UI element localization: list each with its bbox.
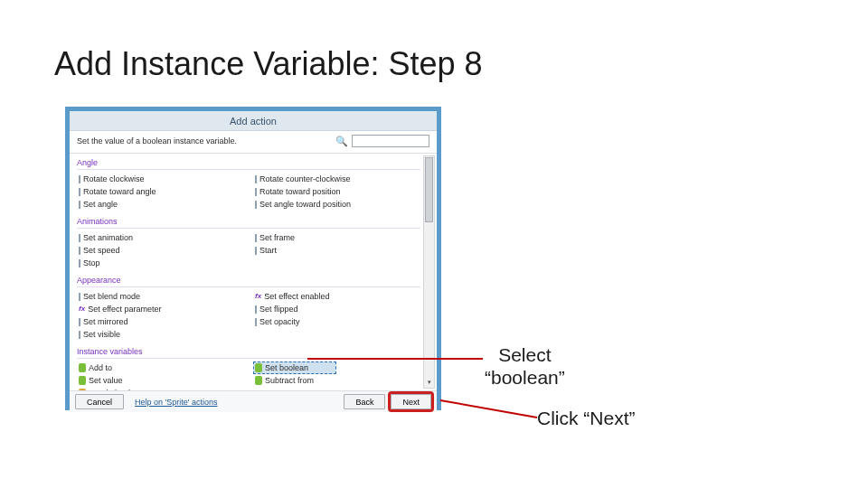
search-area: 🔍	[335, 135, 429, 147]
annotation-line	[440, 400, 537, 418]
action-set-boolean[interactable]: Set boolean	[253, 361, 336, 374]
action-stop[interactable]: Stop	[77, 257, 244, 269]
callout-click-next: Click “Next”	[537, 407, 636, 429]
action-rotate-toward-position[interactable]: Rotate toward position	[253, 185, 420, 198]
action-add-to[interactable]: Add to	[77, 361, 244, 374]
dialog-info-bar: Set the value of a boolean instance vari…	[70, 131, 437, 154]
dialog-title: Add action	[230, 116, 277, 127]
action-subtract-from[interactable]: Subtract from	[253, 374, 420, 387]
ivar-icon	[79, 363, 86, 372]
category-label: Appearance	[77, 275, 420, 287]
help-link[interactable]: Help on 'Sprite' actions	[135, 398, 218, 407]
next-button[interactable]: Next	[391, 394, 431, 409]
action-list: Angle Rotate clockwise Rotate toward ang…	[70, 154, 437, 390]
cancel-button[interactable]: Cancel	[75, 394, 124, 409]
action-set-angle[interactable]: Set angle	[77, 198, 244, 211]
add-action-dialog: Add action Set the value of a boolean in…	[65, 107, 441, 410]
action-rotate-clockwise[interactable]: Rotate clockwise	[77, 173, 244, 185]
search-icon: 🔍	[335, 136, 348, 147]
action-set-animation[interactable]: Set animation	[77, 231, 244, 244]
ivar-icon	[255, 376, 262, 385]
action-toggle-boolean[interactable]: Toggle boolean	[77, 387, 244, 390]
action-set-frame[interactable]: Set frame	[253, 231, 420, 244]
action-rotate-toward-angle[interactable]: Rotate toward angle	[77, 185, 244, 198]
action-set-value[interactable]: Set value	[77, 374, 244, 387]
scrollbar[interactable]: ▾	[423, 155, 435, 389]
back-button[interactable]: Back	[344, 394, 385, 409]
scrollbar-thumb[interactable]	[425, 157, 433, 222]
action-set-speed[interactable]: Set speed	[77, 244, 244, 257]
category-label: Instance variables	[77, 346, 420, 359]
ivar-icon	[79, 389, 86, 390]
dialog-footer: Cancel Help on 'Sprite' actions Back Nex…	[70, 390, 437, 412]
fx-icon: fx	[255, 291, 261, 302]
action-rotate-counter-clockwise[interactable]: Rotate counter-clockwise	[253, 173, 420, 185]
action-set-opacity[interactable]: Set opacity	[253, 315, 420, 328]
scroll-down-icon[interactable]: ▾	[424, 377, 434, 387]
action-set-visible[interactable]: Set visible	[77, 328, 244, 341]
page-title: Add Instance Variable: Step 8	[54, 45, 483, 83]
action-set-effect-parameter[interactable]: fxSet effect parameter	[77, 303, 244, 315]
action-set-blend-mode[interactable]: Set blend mode	[77, 290, 244, 303]
slide: Add Instance Variable: Step 8 Add action…	[0, 0, 868, 488]
callout-select-boolean: Select “boolean”	[485, 343, 565, 389]
action-set-angle-toward-position[interactable]: Set angle toward position	[253, 198, 420, 211]
action-start[interactable]: Start	[253, 244, 420, 257]
ivar-icon	[79, 376, 86, 385]
dialog-titlebar: Add action	[70, 111, 437, 131]
dialog-info-text: Set the value of a boolean instance vari…	[77, 136, 237, 145]
action-set-mirrored[interactable]: Set mirrored	[77, 315, 244, 328]
action-set-flipped[interactable]: Set flipped	[253, 303, 420, 315]
category-appearance: Appearance Set blend mode fxSet effect p…	[77, 275, 420, 341]
action-set-effect-enabled[interactable]: fxSet effect enabled	[253, 290, 420, 303]
category-instance-variables: Instance variables Add to Set value Togg…	[77, 346, 420, 390]
category-label: Angle	[77, 157, 420, 170]
category-angle: Angle Rotate clockwise Rotate toward ang…	[77, 157, 420, 211]
category-label: Animations	[77, 216, 420, 229]
fx-icon: fx	[79, 304, 85, 314]
ivar-icon	[255, 363, 262, 372]
search-input[interactable]	[352, 135, 429, 147]
dialog-body: Angle Rotate clockwise Rotate toward ang…	[70, 154, 437, 390]
category-animations: Animations Set animation Set speed Stop …	[77, 216, 420, 269]
